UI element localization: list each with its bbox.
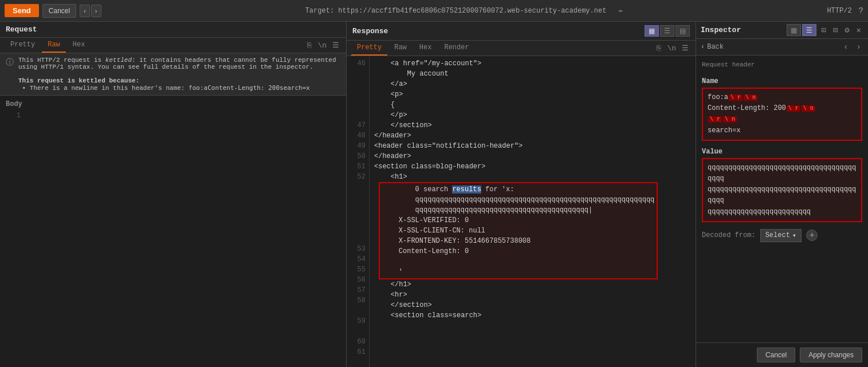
back-button[interactable]: ‹ Back (701, 43, 724, 51)
inspector-icons: ▦ ☰ ⊡ ⊟ ⚙ ✕ (787, 24, 863, 36)
add-encoding-button[interactable]: + (806, 230, 818, 241)
name-field: Name foo:a\ r\ n Content-Length: 200\ r\… (702, 77, 862, 141)
insp-view-grid[interactable]: ▦ (787, 24, 801, 36)
response-tab-bar: Pretty Raw Hex Render ⎘ \n ☰ (347, 41, 696, 56)
inspector-view-toggle: ▦ ☰ (787, 24, 816, 36)
nav-back-button[interactable]: ‹ (80, 5, 90, 17)
select-dropdown[interactable]: Select ▾ (760, 229, 802, 242)
tab-response-hex[interactable]: Hex (414, 41, 438, 56)
newline-icon[interactable]: \n (315, 39, 329, 52)
nav-next-icon[interactable]: › (854, 41, 863, 53)
menu-icon[interactable]: ☰ (330, 38, 341, 52)
http-version: HTTP/2 (827, 7, 851, 15)
tab-request-hex[interactable]: Hex (67, 38, 91, 53)
name-box[interactable]: foo:a\ r\ n Content-Length: 200\ r\ n \ … (702, 88, 862, 141)
name-field-label: Name (702, 77, 862, 85)
request-tab-bar: Pretty Raw Hex ⎘ \n ☰ (0, 38, 346, 53)
target-prefix: Target: (305, 7, 334, 15)
request-panel: Request Pretty Raw Hex ⎘ \n ☰ ⓘ This HTT… (0, 22, 347, 367)
section-label: Request header (702, 61, 862, 68)
tab-response-raw[interactable]: Raw (388, 41, 413, 56)
value-box[interactable]: qqqqqqqqqqqqqqqqqqqqqqqqqqqqqqqqqqqqqqqq… (702, 158, 862, 222)
warning-bar: ⓘ This HTTP/2 request is kettled: it con… (0, 53, 346, 96)
nav-prev-icon[interactable]: ‹ (841, 41, 850, 53)
menu-icon-resp[interactable]: ☰ (680, 41, 691, 55)
response-title: Response (352, 27, 388, 35)
back-arrow-icon: ‹ (701, 43, 705, 51)
back-label: Back (707, 43, 724, 51)
inspector-title: Inspector (701, 26, 787, 34)
value-field: Value qqqqqqqqqqqqqqqqqqqqqqqqqqqqqqqqqq… (702, 148, 862, 222)
response-toolbar: ▦ ☰ ▤ (645, 25, 690, 37)
select-label: Select (765, 231, 790, 239)
response-code-area: 46474849505152535455565758596061 <a href… (347, 56, 696, 367)
code-content: <a href="/my-account"> My account </a> <… (370, 56, 696, 367)
newline-icon-resp[interactable]: \n (665, 42, 678, 55)
request-body-area: Body 1 (0, 96, 346, 367)
inspector-panel: Inspector ▦ ☰ ⊡ ⊟ ⚙ ✕ ‹ Back ‹ › (696, 22, 868, 367)
request-title: Request (6, 25, 37, 34)
send-button[interactable]: Send (5, 4, 39, 17)
footer-cancel-button[interactable]: Cancel (757, 348, 795, 362)
inspector-header: Inspector ▦ ☰ ⊡ ⊟ ⚙ ✕ (696, 22, 868, 39)
cancel-button[interactable]: Cancel (42, 4, 76, 18)
view-grid-btn[interactable]: ▦ (645, 25, 659, 37)
response-title-bar: Response ▦ ☰ ▤ (347, 22, 696, 41)
copy-icon[interactable]: ⎘ (305, 39, 314, 52)
request-title-bar: Request (0, 22, 346, 38)
inspector-section: Request header (702, 61, 862, 70)
view-compact-btn[interactable]: ▤ (675, 25, 690, 37)
inspector-content: Request header Name foo:a\ r\ n Content-… (696, 56, 868, 342)
apply-changes-button[interactable]: Apply changes (800, 348, 862, 362)
tab-request-pretty[interactable]: Pretty (5, 38, 41, 53)
warning-text: This HTTP/2 request is kettled: it conta… (18, 57, 340, 92)
view-toggle: ▦ ☰ ▤ (645, 25, 690, 37)
view-list-btn[interactable]: ☰ (660, 25, 674, 37)
contract-icon[interactable]: ⊟ (831, 24, 840, 36)
value-field-label: Value (702, 148, 862, 156)
nav-arrows: ‹ › (80, 5, 101, 17)
settings-icon[interactable]: ⚙ (842, 24, 851, 36)
info-icon: ⓘ (6, 57, 14, 92)
body-label: Body (0, 98, 346, 111)
top-toolbar: Send Cancel ‹ › Target: https://accf1fb4… (0, 0, 868, 22)
insp-view-list[interactable]: ☰ (802, 24, 816, 36)
copy-icon-resp[interactable]: ⎘ (654, 42, 663, 55)
response-panel: Response ▦ ☰ ▤ Pretty Raw Hex Render ⎘ \… (347, 22, 696, 367)
inspector-footer: Cancel Apply changes (696, 342, 868, 367)
target-url: https://accf1fb41fec6806c075212000760072… (338, 7, 606, 15)
target-info: Target: https://accf1fb41fec6806c0752120… (105, 6, 824, 15)
request-body-line: 1 (0, 111, 346, 121)
inspector-back-bar: ‹ Back ‹ › (696, 39, 868, 56)
main-content: Request Pretty Raw Hex ⎘ \n ☰ ⓘ This HTT… (0, 22, 868, 367)
decoded-row: Decoded from: Select ▾ + (702, 229, 862, 242)
close-icon[interactable]: ✕ (854, 24, 863, 36)
line-numbers: 46474849505152535455565758596061 (347, 56, 370, 367)
dropdown-arrow-icon: ▾ (792, 231, 796, 240)
tab-response-pretty[interactable]: Pretty (351, 41, 387, 56)
nav-fwd-button[interactable]: › (91, 5, 101, 17)
tab-request-raw[interactable]: Raw (42, 38, 66, 53)
help-icon[interactable]: ? (859, 6, 863, 15)
expand-icon[interactable]: ⊡ (819, 24, 828, 36)
tab-response-render[interactable]: Render (438, 41, 474, 56)
decoded-label: Decoded from: (702, 231, 756, 239)
